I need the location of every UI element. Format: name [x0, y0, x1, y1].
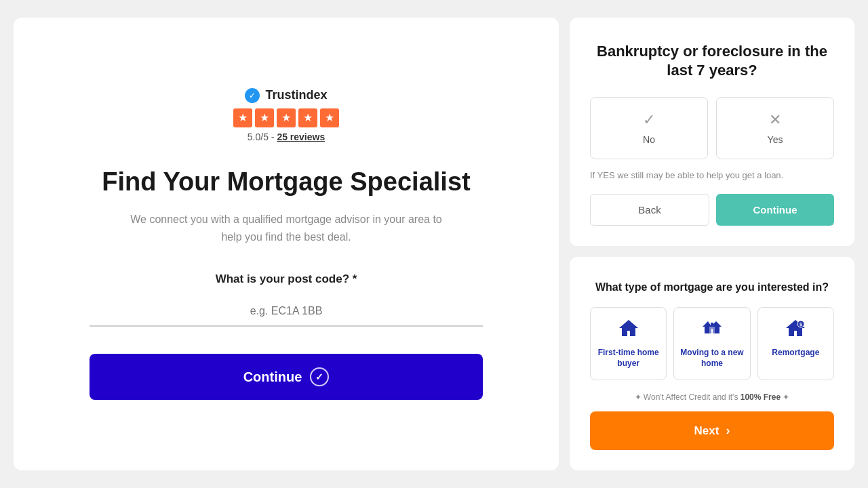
trustindex-name: Trustindex	[265, 88, 327, 102]
yes-icon: ✕	[769, 111, 781, 129]
trustindex-check-icon: ✓	[245, 88, 260, 103]
bankruptcy-hint: If YES we still may be able to help you …	[590, 170, 834, 180]
first-time-buyer-icon	[618, 319, 639, 342]
star-4: ★	[298, 108, 317, 127]
continue-label: Continue	[243, 369, 302, 385]
remortgage-option[interactable]: $ Remortgage	[757, 307, 834, 380]
stars-row: ★ ★ ★ ★ ★	[233, 108, 339, 127]
mortgage-card-title: What type of mortgage are you interested…	[590, 281, 834, 293]
free-credit-text: ✦ Won't Affect Credit and it's 100% Free…	[590, 392, 834, 402]
review-text: 5.0/5 - 25 reviews	[248, 131, 325, 142]
svg-text:$: $	[800, 322, 802, 327]
back-button[interactable]: Back	[590, 194, 709, 226]
remortgage-icon: $	[785, 319, 806, 342]
moving-home-option[interactable]: Moving to a new home	[673, 307, 750, 380]
continue-check-icon: ✓	[310, 367, 329, 386]
trustindex-header: ✓ Trustindex	[245, 88, 327, 103]
no-option[interactable]: ✓ No	[590, 97, 708, 159]
next-button[interactable]: Next ›	[590, 411, 834, 450]
postcode-label: What is your post code? *	[216, 272, 357, 286]
bankruptcy-card: Bankruptcy or foreclosure in the last 7 …	[570, 18, 854, 246]
right-panel: Bankruptcy or foreclosure in the last 7 …	[570, 18, 854, 470]
star-5: ★	[320, 108, 339, 127]
next-arrow-icon: ›	[726, 424, 730, 438]
yes-option[interactable]: ✕ Yes	[716, 97, 834, 159]
reviews-link[interactable]: 25 reviews	[277, 131, 325, 142]
no-label: No	[643, 134, 655, 145]
next-label: Next	[694, 424, 719, 438]
svg-rect-0	[709, 327, 715, 333]
bankruptcy-continue-button[interactable]: Continue	[716, 194, 834, 226]
mortgage-card: What type of mortgage are you interested…	[570, 257, 854, 470]
first-time-buyer-label: First-time home buyer	[596, 348, 660, 369]
star-2: ★	[255, 108, 274, 127]
main-title: Find Your Mortgage Specialist	[102, 167, 470, 198]
back-continue-row: Back Continue	[590, 194, 834, 226]
sub-text: We connect you with a qualified mortgage…	[123, 211, 449, 245]
postcode-input[interactable]	[90, 297, 483, 327]
moving-home-icon	[701, 319, 723, 342]
star-1: ★	[233, 108, 252, 127]
first-time-buyer-option[interactable]: First-time home buyer	[590, 307, 667, 380]
yes-no-row: ✓ No ✕ Yes	[590, 97, 834, 159]
mortgage-options-row: First-time home buyer Moving to a new ho…	[590, 307, 834, 380]
bankruptcy-title: Bankruptcy or foreclosure in the last 7 …	[590, 42, 834, 81]
star-3: ★	[277, 108, 296, 127]
continue-button[interactable]: Continue ✓	[90, 354, 483, 400]
remortgage-label: Remortgage	[772, 348, 819, 359]
no-icon: ✓	[643, 111, 655, 129]
yes-label: Yes	[768, 134, 783, 145]
moving-home-label: Moving to a new home	[679, 348, 744, 369]
page-wrapper: ✓ Trustindex ★ ★ ★ ★ ★ 5.0/5 - 25 review…	[14, 18, 854, 470]
postcode-input-wrapper	[90, 297, 483, 327]
left-panel: ✓ Trustindex ★ ★ ★ ★ ★ 5.0/5 - 25 review…	[14, 18, 559, 470]
